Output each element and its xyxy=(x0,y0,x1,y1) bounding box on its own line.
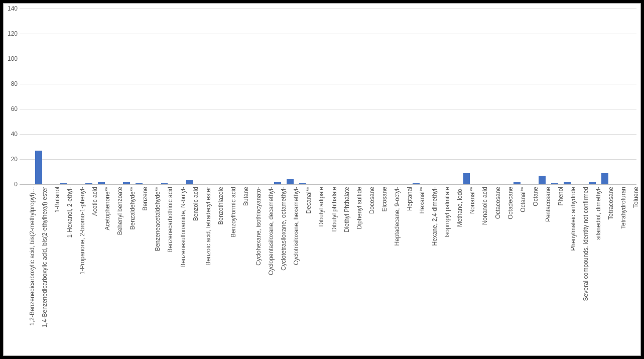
x-tick-label: Benzoic acid xyxy=(192,187,199,221)
y-tick-label: 20 xyxy=(6,156,18,163)
x-tick-label: Diphenyl sulfide xyxy=(356,187,363,229)
y-tick-label: 80 xyxy=(6,80,18,87)
bar xyxy=(287,179,294,184)
x-tick-label: Hexanal** xyxy=(419,187,426,213)
bar xyxy=(85,183,92,185)
x-tick-label: Phenylmaleic anhydride xyxy=(570,187,577,251)
y-tick-label: 0 xyxy=(6,181,18,188)
x-tick-label: Methane, iodo- xyxy=(456,187,463,227)
y-tick-label: 40 xyxy=(6,131,18,138)
x-tick-label: Octane xyxy=(532,187,539,206)
y-tick-label: 60 xyxy=(6,105,18,112)
bar xyxy=(136,183,143,185)
x-tick-label: Benzoylformic acid xyxy=(230,187,237,237)
x-tick-label: 1,2-Benzenedicarboxylic acid, bis(2-meth… xyxy=(29,187,36,326)
bar xyxy=(123,182,130,184)
x-tick-label: Benzenesulfonamide, N-butyl- xyxy=(180,187,187,268)
plot-area: 020406080100120140 xyxy=(20,9,636,184)
x-tick-label: Benzeneacetaldehyde** xyxy=(154,187,161,251)
x-tick-label: 1-Hexanol, 2-ethyl- xyxy=(66,187,73,237)
bar xyxy=(161,183,168,185)
x-tick-label: Docosane xyxy=(368,187,375,214)
x-tick-label: 1-Propanone, 2-bromo-1-phenyl- xyxy=(79,187,86,275)
x-tick-label: Tetrahydrofuran xyxy=(620,187,627,229)
bar xyxy=(564,182,571,184)
x-tick-label: Cyclopentasiloxane, decamethyl- xyxy=(268,187,275,275)
x-tick-label: Acetic acid xyxy=(91,187,98,216)
chart-frame: 020406080100120140 1,2-Benzenedicarboxyl… xyxy=(3,3,641,356)
x-tick-label: Diethyl Phthalate xyxy=(343,187,350,232)
x-tick-label: Nonanal** xyxy=(469,187,476,214)
bar xyxy=(299,183,306,185)
bar-series xyxy=(20,9,636,184)
x-tick-label: 1,4-Benzenedicarboxylic acid, bis(2-ethy… xyxy=(41,187,48,327)
x-tick-label: Benzothiazole xyxy=(217,187,224,224)
bar xyxy=(589,182,596,184)
bar xyxy=(98,182,105,184)
x-tick-label: Benzaldehyde** xyxy=(129,187,136,229)
bar xyxy=(539,176,546,185)
x-tick-label: silanediol, dimethyl- xyxy=(595,187,602,240)
gridline xyxy=(20,184,636,185)
x-tick-label: Behenyl benzoate xyxy=(116,187,123,235)
x-tick-label: Tetracosane xyxy=(607,187,614,219)
bar xyxy=(513,182,521,184)
x-tick-label: Acetophenone** xyxy=(104,187,111,230)
x-tick-label: Decanal** xyxy=(305,187,312,213)
y-tick-label: 100 xyxy=(6,55,18,62)
bar xyxy=(551,183,558,185)
y-tick-label: 140 xyxy=(6,5,18,12)
x-tick-label: Octadecane xyxy=(507,187,514,219)
x-tick-label: Nonanoic acid xyxy=(481,187,488,225)
x-tick-label: Isopropyl palmitate xyxy=(444,187,451,237)
y-tick-label: 120 xyxy=(6,30,18,37)
x-tick-label: Eicosane xyxy=(381,187,388,211)
x-tick-label: Hexane, 2,4-dimethyl- xyxy=(431,187,438,246)
x-axis-labels: 1,2-Benzenedicarboxylic acid, bis(2-meth… xyxy=(20,187,636,352)
x-tick-label: Phenol xyxy=(557,187,564,205)
x-tick-label: Dibutyl adipate xyxy=(318,187,325,226)
bar xyxy=(463,173,470,185)
x-tick-label: Heptadecane, 9-octyl- xyxy=(394,187,401,246)
x-tick-label: Dibutyl phthalate xyxy=(331,187,338,231)
x-tick-label: Heptanal xyxy=(406,187,413,211)
x-tick-label: Pentacosane xyxy=(545,187,552,222)
x-tick-label: Octanal** xyxy=(520,187,527,212)
bar xyxy=(413,183,420,185)
bar xyxy=(186,180,193,184)
x-tick-label: Benzene xyxy=(142,187,149,210)
x-tick-label: Cyclohexane, isothiocyanato- xyxy=(255,187,262,266)
x-tick-label: Several compounds. Identity not confirme… xyxy=(582,187,589,301)
x-tick-label: Cyclotetrasiloxane, octamethyl- xyxy=(280,187,287,271)
x-tick-label: Benzenecarbothioic acid xyxy=(167,187,174,253)
bar xyxy=(35,151,42,185)
x-tick-label: Octacosane xyxy=(494,187,501,219)
x-tick-label: Cyclotrisiloxane, hexamethyl- xyxy=(293,187,300,265)
bar xyxy=(274,182,281,184)
x-tick-label: Butane xyxy=(242,187,249,206)
x-tick-label: 1-Butanol xyxy=(54,187,61,212)
bar xyxy=(601,173,608,185)
bar xyxy=(60,183,67,185)
x-tick-label: Benzoic acid, tetradecyl ester xyxy=(205,187,212,266)
x-tick-label: Toluene xyxy=(632,187,639,208)
